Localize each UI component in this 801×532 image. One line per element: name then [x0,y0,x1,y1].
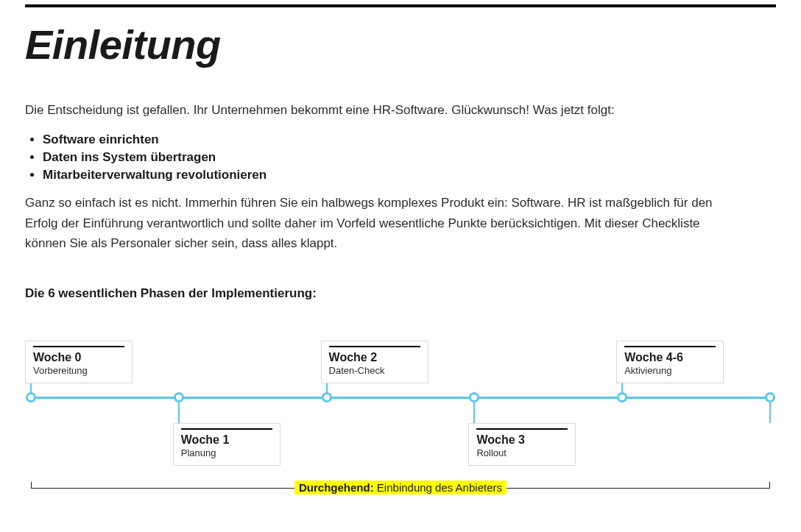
phases-heading: Die 6 wesentlichen Phasen der Implementi… [25,286,776,301]
phase-card: Woche 0Vorbereitung [25,341,133,383]
phase-card: Woche 1Planung [173,423,280,466]
bullet-item: Software einrichten [43,132,776,147]
phase-subtitle: Planung [181,447,272,459]
phase-subtitle: Daten-Check [329,365,420,377]
phase-title: Woche 2 [329,350,420,364]
timeline-phase: Woche 1Planung [179,317,311,479]
phase-card: Woche 3Rollout [468,423,576,466]
throughout-rest: Einbindung des Anbieters [374,481,502,494]
timeline-dot-icon [469,392,479,402]
throughout-label: Durchgehend: Einbindung des Anbieters [294,480,507,494]
timeline-stem [769,402,771,423]
card-overline [624,346,716,347]
phase-card: Woche 2Daten-Check [321,341,428,383]
body-paragraph: Ganz so einfach ist es nicht. Immerhin f… [25,193,739,254]
card-overline [33,346,124,347]
timeline-dot-icon [617,392,627,402]
bullet-item: Daten ins System übertragen [43,150,776,165]
timeline-phase: Woche 3Rollout [474,317,607,479]
timeline-stem [178,402,180,423]
timeline-phase: Woche 0Vorbereitung [31,317,163,479]
timeline-dot-icon [174,392,184,402]
timeline: Woche 0VorbereitungWoche 1PlanungWoche 2… [25,317,776,479]
phase-card: Woche 4-6Aktivierung [616,341,724,383]
timeline-dot-icon [765,392,775,402]
phase-subtitle: Rollout [476,447,568,459]
timeline-phase: Nach Woche 4Evaluierung [770,317,801,479]
timeline-phase: Woche 2Daten-Check [327,317,459,479]
phase-title: Woche 4-6 [624,350,716,364]
throughout-bold: Durchgehend: [299,481,374,494]
timeline-dot-icon [26,392,36,402]
phase-title: Woche 0 [33,350,124,364]
timeline-phase: Woche 4-6Aktivierung [622,317,755,479]
phase-title: Woche 1 [181,433,272,447]
intro-bullets: Software einrichten Daten ins System übe… [25,132,776,182]
intro-paragraph: Die Entscheidung ist gefallen. Ihr Unter… [25,101,776,120]
phase-title: Woche 3 [476,433,568,447]
timeline-stem [473,402,475,423]
card-overline [329,346,420,347]
bullet-item: Mitarbeiterverwaltung revolutionieren [43,168,776,182]
page-title: Einleitung [25,21,776,68]
page: Einleitung Die Entscheidung ist gefallen… [0,4,801,532]
card-overline [476,428,568,430]
timeline-dot-icon [322,392,332,402]
top-rule [25,4,776,7]
card-overline [181,428,272,430]
timeline-bracket: Durchgehend: Einbindung des Anbieters [31,482,770,511]
phase-subtitle: Aktivierung [624,365,716,377]
phase-subtitle: Vorbereitung [33,365,124,377]
